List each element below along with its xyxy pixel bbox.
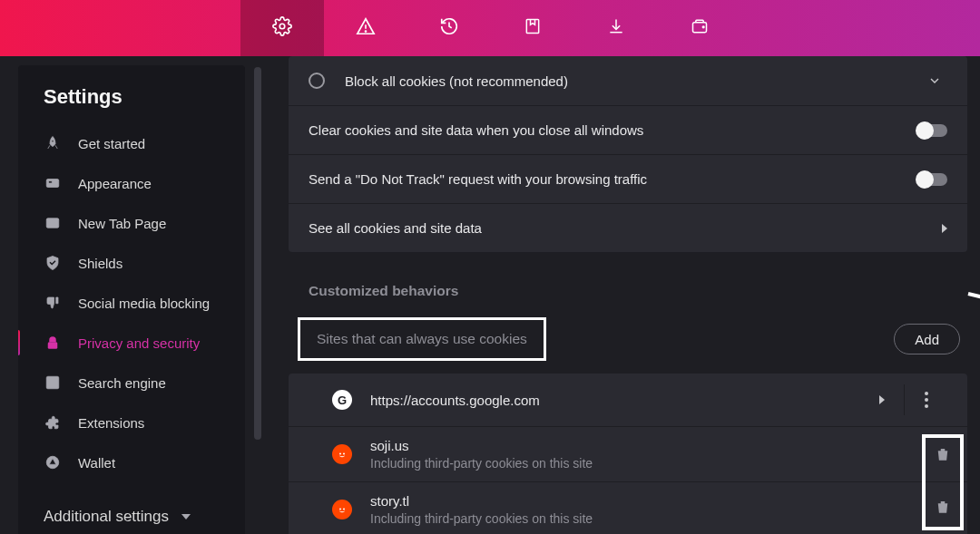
- svg-point-4: [702, 26, 704, 28]
- additional-settings-label: Additional settings: [44, 508, 169, 526]
- add-site-button[interactable]: Add: [894, 324, 960, 354]
- svg-point-15: [339, 509, 341, 510]
- svg-point-1: [365, 31, 366, 32]
- sidebar-item-get-started[interactable]: Get started: [18, 123, 245, 163]
- chevron-down-icon: [927, 73, 942, 88]
- site-sub: Including third-party cookies on this si…: [370, 456, 947, 471]
- site-expand[interactable]: [860, 384, 904, 415]
- warning-triangle-icon: [356, 16, 376, 40]
- row-see-all-cookies[interactable]: See all cookies and site data: [289, 203, 967, 252]
- add-button-label: Add: [915, 332, 939, 347]
- appearance-icon: [44, 174, 62, 192]
- reddit-favicon-icon: [332, 500, 352, 519]
- annotation-box-trash: [922, 434, 964, 530]
- new-tab-icon: [44, 214, 62, 232]
- site-text: soji.us Including third-party cookies on…: [370, 438, 947, 471]
- svg-point-5: [52, 141, 54, 142]
- main-content: Block all cookies (not recommended) Clea…: [265, 56, 980, 534]
- toolbar-wallet[interactable]: [658, 0, 741, 56]
- site-menu[interactable]: [904, 384, 947, 415]
- toolbar-settings[interactable]: [240, 0, 324, 56]
- thumbs-down-icon: [44, 294, 62, 312]
- annotation-box-label: Sites that can always use cookies: [298, 317, 546, 361]
- row-do-not-track: Send a "Do Not Track" request with your …: [289, 154, 967, 203]
- sidebar-item-label: Extensions: [78, 415, 144, 431]
- site-row[interactable]: G https://accounts.google.com: [289, 374, 967, 426]
- sidebar-container: Settings Get started Appearance New Tab …: [0, 56, 265, 534]
- toolbar-bookmarks[interactable]: [491, 0, 574, 56]
- site-url: https://accounts.google.com: [370, 393, 860, 408]
- sidebar-item-privacy[interactable]: Privacy and security: [18, 323, 245, 363]
- svg-rect-2: [526, 20, 538, 34]
- sidebar-item-shields[interactable]: Shields: [18, 243, 245, 283]
- wallet-sidebar-icon: [44, 453, 62, 471]
- sidebar-item-label: Privacy and security: [78, 335, 200, 351]
- sidebar: Settings Get started Appearance New Tab …: [18, 65, 245, 534]
- chevron-right-icon: [942, 224, 947, 233]
- gear-icon: [272, 16, 292, 40]
- svg-line-17: [968, 294, 980, 332]
- trash-icon[interactable]: [935, 445, 951, 467]
- google-favicon-icon: G: [332, 390, 352, 410]
- sidebar-item-label: Wallet: [78, 455, 115, 471]
- more-vert-icon: [925, 392, 928, 408]
- site-url: soji.us: [370, 438, 947, 453]
- svg-rect-9: [48, 342, 58, 349]
- sidebar-item-label: Social media blocking: [78, 296, 210, 311]
- site-row[interactable]: soji.us Including third-party cookies on…: [289, 426, 967, 481]
- toolbar-history[interactable]: [407, 0, 491, 56]
- sidebar-item-appearance[interactable]: Appearance: [18, 163, 245, 203]
- cookie-settings-panel: Block all cookies (not recommended) Clea…: [289, 56, 967, 252]
- puzzle-icon: [44, 413, 62, 432]
- svg-point-14: [343, 453, 345, 455]
- dnt-label: Send a "Do Not Track" request with your …: [309, 171, 916, 187]
- sidebar-item-wallet[interactable]: Wallet: [18, 442, 245, 482]
- svg-point-16: [343, 509, 345, 510]
- sidebar-item-new-tab[interactable]: New Tab Page: [18, 203, 245, 243]
- toolbar-warnings[interactable]: [324, 0, 407, 56]
- wallet-icon: [691, 17, 709, 39]
- sidebar-item-label: Get started: [78, 136, 145, 151]
- lock-icon: [44, 334, 62, 352]
- chevron-right-icon: [879, 395, 885, 404]
- site-sub: Including third-party cookies on this si…: [370, 511, 947, 526]
- svg-point-0: [279, 24, 285, 29]
- sidebar-item-social[interactable]: Social media blocking: [18, 283, 245, 323]
- always-allow-label: Sites that can always use cookies: [317, 331, 527, 346]
- customized-behaviors-heading: Customized behaviors: [289, 252, 967, 317]
- see-all-label: See all cookies and site data: [309, 220, 942, 236]
- radio-unchecked-icon[interactable]: [309, 73, 325, 89]
- clear-on-close-label: Clear cookies and site data when you clo…: [309, 122, 916, 138]
- svg-rect-7: [49, 181, 53, 183]
- history-icon: [439, 16, 459, 40]
- sidebar-item-search[interactable]: Search engine: [18, 363, 245, 403]
- row-block-all-cookies[interactable]: Block all cookies (not recommended): [289, 56, 967, 105]
- additional-settings[interactable]: Additional settings: [18, 482, 245, 526]
- sidebar-scrollbar[interactable]: [254, 67, 261, 440]
- toolbar-spacer: [0, 0, 240, 56]
- sidebar-item-label: New Tab Page: [78, 216, 166, 231]
- always-allow-header: Sites that can always use cookies Add: [289, 317, 967, 374]
- site-url: story.tl: [370, 493, 947, 509]
- rocket-icon: [44, 134, 62, 152]
- toggle-clear-on-close[interactable]: [916, 124, 947, 137]
- site-text: https://accounts.google.com: [370, 393, 860, 408]
- toolbar-downloads[interactable]: [574, 0, 658, 56]
- sidebar-item-label: Shields: [78, 256, 122, 271]
- allowed-sites-list: G https://accounts.google.com soji.us In…: [289, 374, 967, 534]
- bookmark-icon: [524, 17, 542, 39]
- sidebar-item-label: Search engine: [78, 375, 166, 391]
- site-text: story.tl Including third-party cookies o…: [370, 493, 947, 526]
- sidebar-title: Settings: [18, 85, 245, 123]
- toggle-dnt[interactable]: [916, 173, 947, 186]
- svg-point-11: [50, 380, 54, 384]
- shield-check-icon: [44, 254, 62, 272]
- svg-point-13: [339, 453, 341, 455]
- sidebar-item-label: Appearance: [78, 176, 152, 191]
- download-icon: [607, 17, 625, 39]
- trash-icon[interactable]: [935, 498, 951, 519]
- expand-button[interactable]: [922, 73, 947, 88]
- site-row[interactable]: story.tl Including third-party cookies o…: [289, 481, 967, 534]
- sidebar-item-extensions[interactable]: Extensions: [18, 403, 245, 442]
- chevron-down-icon: [181, 514, 191, 519]
